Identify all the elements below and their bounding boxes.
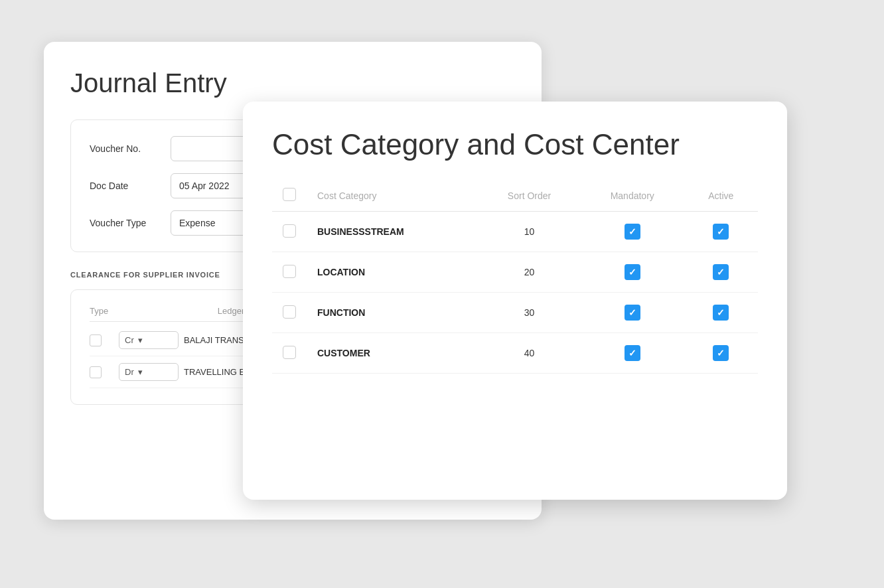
cost-category-name: FUNCTION <box>307 293 478 333</box>
cost-category-title: Cost Category and Cost Center <box>272 128 758 161</box>
mandatory-checkbox[interactable] <box>625 264 640 280</box>
row-select-cell <box>272 293 307 333</box>
voucher-no-label: Voucher No. <box>90 143 163 154</box>
cost-category-card: Cost Category and Cost Center Cost Categ… <box>243 102 787 500</box>
row-checkbox[interactable] <box>283 224 296 238</box>
row-select-cell <box>272 212 307 252</box>
active-checkbox[interactable] <box>713 224 729 240</box>
active-cell <box>684 252 758 293</box>
col-header-mandatory: Mandatory <box>581 180 684 212</box>
cost-category-name: BUSINESSSTREAM <box>307 212 478 252</box>
row-checkbox[interactable] <box>283 305 296 319</box>
sort-order-value: 20 <box>478 252 581 293</box>
doc-date-label: Doc Date <box>90 181 163 191</box>
table-row: CUSTOMER40 <box>272 333 758 374</box>
sort-order-value: 10 <box>478 212 581 252</box>
mandatory-cell <box>581 212 684 252</box>
row-checkbox[interactable] <box>90 366 102 378</box>
sort-order-value: 40 <box>478 333 581 374</box>
active-cell <box>684 333 758 374</box>
mandatory-checkbox[interactable] <box>625 224 640 240</box>
mandatory-cell <box>581 252 684 293</box>
col-header-type: Type <box>90 306 143 316</box>
cost-table-header-row: Cost Category Sort Order Mandatory Activ… <box>272 180 758 212</box>
mandatory-checkbox[interactable] <box>625 305 640 321</box>
table-row: LOCATION20 <box>272 252 758 293</box>
journal-entry-title: Journal Entry <box>70 68 515 98</box>
active-cell <box>684 293 758 333</box>
row-select-cell <box>272 333 307 374</box>
mandatory-cell <box>581 333 684 374</box>
col-header-cost-category: Cost Category <box>307 180 478 212</box>
cost-category-table: Cost Category Sort Order Mandatory Activ… <box>272 180 758 374</box>
active-cell <box>684 212 758 252</box>
table-row: FUNCTION30 <box>272 293 758 333</box>
chevron-down-icon: ▾ <box>138 335 143 345</box>
row-select-cell <box>272 252 307 293</box>
active-checkbox[interactable] <box>713 264 729 280</box>
active-checkbox[interactable] <box>713 305 729 321</box>
chevron-down-icon: ▾ <box>138 367 143 377</box>
mandatory-checkbox[interactable] <box>625 345 640 361</box>
active-checkbox[interactable] <box>713 345 729 361</box>
row-checkbox[interactable] <box>90 334 102 346</box>
cost-category-name: LOCATION <box>307 252 478 293</box>
type-select-cr[interactable]: Cr ▾ <box>119 331 179 349</box>
select-all-checkbox[interactable] <box>283 188 296 201</box>
table-row: BUSINESSSTREAM10 <box>272 212 758 252</box>
row-checkbox[interactable] <box>283 346 296 359</box>
voucher-type-label: Voucher Type <box>90 218 163 228</box>
cost-category-name: CUSTOMER <box>307 333 478 374</box>
type-select-dr[interactable]: Dr ▾ <box>119 363 179 381</box>
col-header-active: Active <box>684 180 758 212</box>
col-header-sort-order: Sort Order <box>478 180 581 212</box>
sort-order-value: 30 <box>478 293 581 333</box>
col-header-select-all <box>272 180 307 212</box>
mandatory-cell <box>581 293 684 333</box>
row-checkbox[interactable] <box>283 265 296 278</box>
